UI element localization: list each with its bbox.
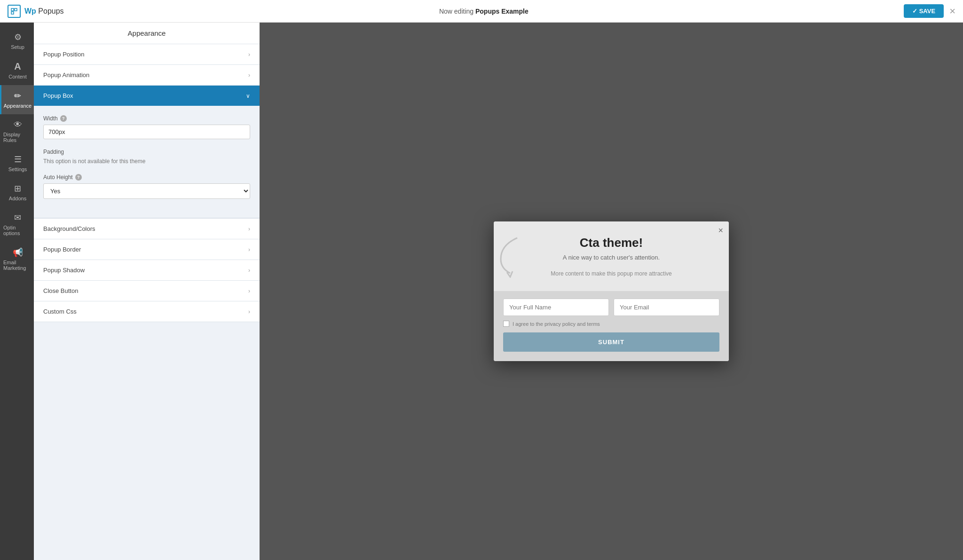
sidebar-item-optin-options[interactable]: ✉ Optin options — [0, 207, 34, 242]
custom-css-label: Custom Css — [43, 308, 77, 315]
accordion-popup-animation: Popup Animation › — [34, 65, 260, 86]
popup-box-header[interactable]: Popup Box ∨ — [34, 86, 260, 106]
accordion-popup-border: Popup Border › — [34, 239, 260, 260]
logo-text: Wp Popups — [24, 7, 64, 16]
background-colors-label: Background/Colors — [43, 225, 95, 232]
popup-subtitle: A nice way to catch user's attention. — [508, 254, 715, 261]
sidebar-item-label: Addons — [9, 196, 26, 201]
accordion-background-colors: Background/Colors › — [34, 219, 260, 239]
popup-animation-header[interactable]: Popup Animation › — [34, 65, 260, 85]
sidebar-item-appearance[interactable]: ✏ Appearance — [0, 85, 34, 114]
logo-area: Wp Popups — [8, 5, 64, 18]
padding-field-group: Padding This option is not available for… — [43, 149, 250, 165]
popup-email-field[interactable] — [614, 299, 719, 316]
popup-submit-button[interactable]: SUBMIT — [503, 332, 719, 352]
auto-height-label: Auto Height ? — [43, 174, 250, 181]
padding-label: Padding — [43, 149, 250, 155]
chevron-right-icon: › — [248, 51, 250, 58]
custom-css-header[interactable]: Custom Css › — [34, 301, 260, 322]
sidebar-item-label: Settings — [8, 166, 27, 172]
header-actions: ✓ SAVE × — [904, 4, 955, 18]
accordion-popup-shadow: Popup Shadow › — [34, 260, 260, 281]
width-field-group: Width ? — [43, 115, 250, 139]
svg-rect-1 — [15, 8, 17, 11]
popup-close-button[interactable]: × — [718, 226, 723, 235]
popup-border-header[interactable]: Popup Border › — [34, 239, 260, 260]
window-close-button[interactable]: × — [949, 6, 955, 16]
auto-height-field-group: Auto Height ? Yes No — [43, 174, 250, 199]
popup-title: Cta theme! — [508, 236, 715, 250]
popup-border-label: Popup Border — [43, 246, 81, 253]
chevron-right-icon: › — [248, 267, 250, 274]
addons-icon: ⊞ — [14, 183, 21, 194]
popup-box-label: Popup Box — [43, 92, 73, 99]
sidebar-item-label: Display Rules — [3, 132, 32, 143]
width-help-icon[interactable]: ? — [60, 115, 67, 122]
sidebar-item-label: Appearance — [4, 103, 32, 109]
sidebar-item-label: Optin options — [3, 225, 32, 236]
sidebar-nav: ⚙ Setup A Content ✏ Appearance 👁 Display… — [0, 23, 34, 560]
close-button-label: Close Button — [43, 287, 78, 294]
privacy-label: I agree to the privacy policy and terms — [513, 321, 600, 327]
popup-fields-row — [503, 299, 719, 316]
auto-height-help-icon[interactable]: ? — [75, 174, 82, 181]
preview-area: × Cta theme! A nice way to catch user's … — [260, 23, 963, 560]
email-marketing-icon: 📢 — [13, 247, 23, 258]
popup-box-body: Width ? Padding This option is not avail… — [34, 106, 260, 218]
display-rules-icon: 👁 — [14, 120, 22, 130]
header-title: Now editing Popups Example — [439, 8, 529, 15]
svg-rect-0 — [11, 8, 14, 11]
panel-tab-header: Appearance — [34, 23, 260, 44]
popup-preview: × Cta theme! A nice way to catch user's … — [494, 221, 729, 361]
setup-icon: ⚙ — [14, 32, 22, 42]
sidebar-item-label: Setup — [11, 44, 24, 50]
close-button-header[interactable]: Close Button › — [34, 281, 260, 301]
popup-checkbox-row: I agree to the privacy policy and terms — [503, 321, 719, 327]
sidebar-item-setup[interactable]: ⚙ Setup — [0, 26, 34, 55]
sidebar-item-label: Email Marketing — [3, 260, 32, 271]
top-header: Wp Popups Now editing Popups Example ✓ S… — [0, 0, 963, 23]
svg-rect-2 — [11, 12, 14, 14]
sidebar-item-email-marketing[interactable]: 📢 Email Marketing — [0, 242, 34, 276]
chevron-down-icon: ∨ — [246, 93, 250, 99]
background-colors-header[interactable]: Background/Colors › — [34, 219, 260, 239]
privacy-checkbox[interactable] — [503, 321, 509, 327]
popup-shadow-label: Popup Shadow — [43, 267, 85, 274]
padding-note: This option is not available for this th… — [43, 158, 250, 165]
optin-icon: ✉ — [14, 213, 21, 223]
accordion-popup-position: Popup Position › — [34, 44, 260, 65]
sidebar-item-content[interactable]: A Content — [0, 55, 34, 85]
auto-height-select[interactable]: Yes No — [43, 183, 250, 199]
chevron-right-icon: › — [248, 226, 250, 232]
popup-upper-section: Cta theme! A nice way to catch user's at… — [494, 221, 729, 291]
width-input[interactable] — [43, 125, 250, 139]
sidebar-item-settings[interactable]: ☰ Settings — [0, 149, 34, 178]
accordion-popup-box: Popup Box ∨ Width ? Padding This option … — [34, 86, 260, 219]
popup-shadow-header[interactable]: Popup Shadow › — [34, 260, 260, 280]
arrow-graphic — [498, 236, 524, 283]
sidebar-item-display-rules[interactable]: 👁 Display Rules — [0, 114, 34, 149]
content-icon: A — [14, 61, 21, 72]
panel-area: Appearance Popup Position › Popup Animat… — [34, 23, 260, 560]
logo-icon — [8, 5, 21, 18]
popup-position-header[interactable]: Popup Position › — [34, 44, 260, 64]
chevron-right-icon: › — [248, 288, 250, 294]
appearance-icon: ✏ — [14, 91, 21, 101]
accordion-close-button: Close Button › — [34, 281, 260, 301]
popup-body-text: More content to make this popup more att… — [508, 266, 715, 282]
main-layout: ⚙ Setup A Content ✏ Appearance 👁 Display… — [0, 23, 963, 560]
chevron-right-icon: › — [248, 246, 250, 253]
accordion-custom-css: Custom Css › — [34, 301, 260, 322]
width-label: Width ? — [43, 115, 250, 122]
save-button[interactable]: ✓ SAVE — [904, 4, 944, 18]
sidebar-item-addons[interactable]: ⊞ Addons — [0, 178, 34, 207]
popup-animation-label: Popup Animation — [43, 71, 89, 79]
chevron-right-icon: › — [248, 72, 250, 79]
settings-icon: ☰ — [14, 154, 22, 165]
popup-lower-section: I agree to the privacy policy and terms … — [494, 291, 729, 361]
sidebar-item-label: Content — [8, 74, 27, 79]
popup-position-label: Popup Position — [43, 51, 84, 58]
chevron-right-icon: › — [248, 308, 250, 315]
popup-name-field[interactable] — [503, 299, 609, 316]
